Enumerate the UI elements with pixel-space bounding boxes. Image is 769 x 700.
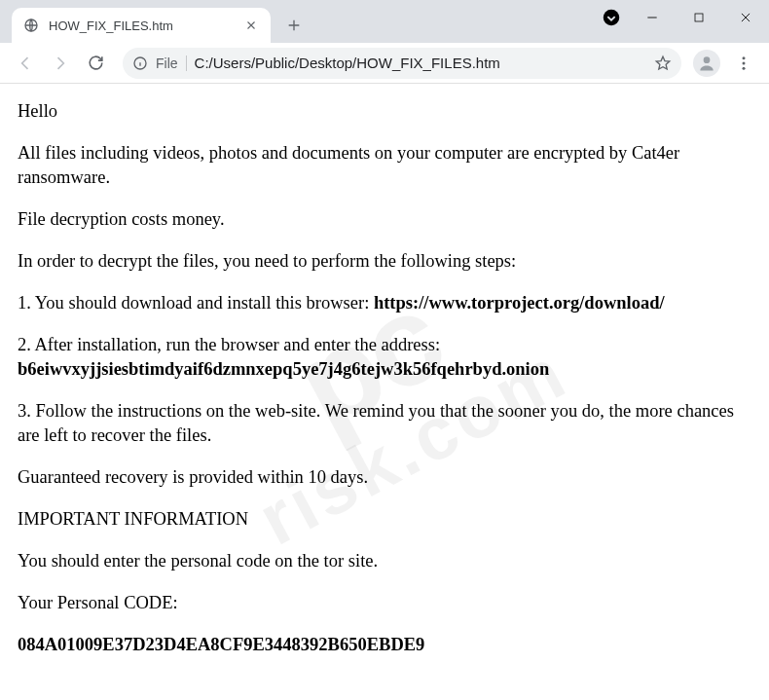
star-icon[interactable]: [654, 55, 672, 72]
watermark: pc risk.com: [192, 229, 577, 555]
page-content: pc risk.com Hello All files including vi…: [0, 84, 769, 700]
url-path: C:/Users/Public/Desktop/HOW_FIX_FILES.ht…: [195, 55, 646, 71]
globe-icon: [23, 18, 39, 33]
window-controls: [594, 0, 769, 35]
step-2-address: b6eiwvxyjjsiesbtimdyaif6dzmnxepq5ye7j4g6…: [18, 359, 549, 379]
info-icon: [132, 55, 148, 71]
menu-button[interactable]: [728, 48, 759, 79]
code-label: Your Personal CODE:: [18, 591, 751, 615]
toolbar-right: [693, 48, 759, 79]
important-heading: IMPORTANT INFORMATION: [18, 507, 751, 532]
titlebar: HOW_FIX_FILES.htm: [0, 0, 769, 43]
profile-button[interactable]: [693, 50, 720, 77]
svg-point-5: [743, 56, 746, 59]
tab-title: HOW_FIX_FILES.htm: [49, 18, 243, 33]
new-tab-button[interactable]: [280, 12, 308, 39]
greeting: Hello: [18, 99, 751, 124]
back-button[interactable]: [10, 48, 41, 79]
omnibox-divider: [186, 55, 187, 71]
svg-point-6: [743, 61, 746, 64]
toolbar: File C:/Users/Public/Desktop/HOW_FIX_FIL…: [0, 43, 769, 84]
address-bar[interactable]: File C:/Users/Public/Desktop/HOW_FIX_FIL…: [123, 48, 681, 79]
tab-close-button[interactable]: [243, 18, 259, 33]
minimize-button[interactable]: [629, 0, 676, 35]
svg-point-7: [743, 66, 746, 69]
tab-search-button[interactable]: [594, 0, 629, 35]
forward-button[interactable]: [45, 48, 76, 79]
enter-code-text: You should enter the personal code on th…: [18, 549, 751, 573]
cost-text: File decryption costs money.: [18, 207, 751, 232]
reload-button[interactable]: [80, 48, 111, 79]
intro-text: All files including videos, photos and d…: [18, 141, 751, 190]
close-button[interactable]: [722, 0, 769, 35]
svg-point-1: [604, 10, 620, 26]
step-1-link: https://www.torproject.org/download/: [374, 293, 665, 313]
browser-window: HOW_FIX_FILES.htm: [0, 0, 769, 700]
step-3: 3. Follow the instructions on the web-si…: [18, 399, 751, 448]
step-1: 1. You should download and install this …: [18, 291, 751, 315]
svg-rect-2: [695, 14, 703, 21]
url-scheme-label: File: [156, 55, 178, 71]
step-2-text: 2. After installation, run the browser a…: [18, 335, 440, 354]
personal-code: 084A01009E37D23D4EA8CF9E3448392B650EBDE9: [18, 633, 751, 657]
maximize-button[interactable]: [676, 0, 722, 35]
guarantee-text: Guaranteed recovery is provided within 1…: [18, 465, 751, 490]
svg-point-4: [704, 56, 711, 63]
instructions-lead: In order to decrypt the files, you need …: [18, 249, 751, 274]
step-2: 2. After installation, run the browser a…: [18, 333, 751, 382]
browser-tab[interactable]: HOW_FIX_FILES.htm: [12, 8, 271, 43]
step-1-text: 1. You should download and install this …: [18, 293, 374, 313]
